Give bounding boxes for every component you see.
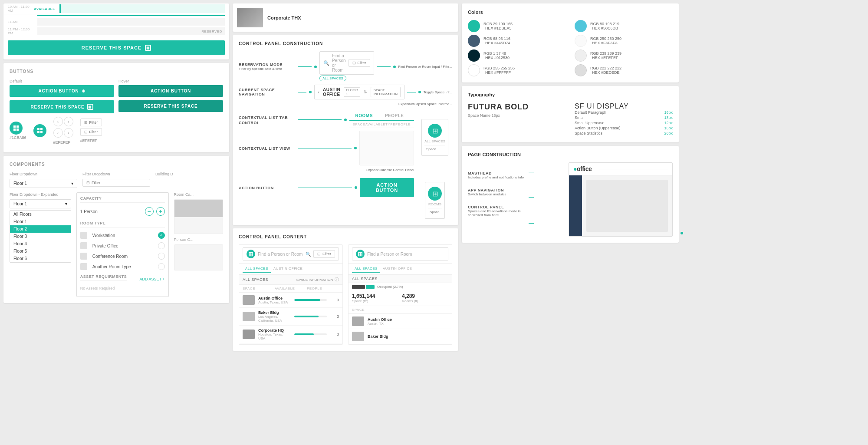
expand-action-row: Expand/Collapse Control Panel — [239, 168, 414, 172]
cp-austin-info: Austin Office Austin, Texas, USA — [258, 296, 291, 304]
cp-right-search-bar[interactable]: ⊞ Find a Person or Room — [352, 247, 448, 260]
floor-arrows[interactable]: ⇅ — [364, 90, 367, 94]
cp-main-area: Contextual List Tab Control ROOMS PEOPLE… — [239, 109, 452, 219]
filter-icon: ⊟ — [84, 120, 88, 125]
tab-rooms[interactable]: ROOMS — [349, 111, 379, 121]
cp-right-item-baker[interactable]: Baker Bldg — [349, 329, 452, 344]
all-spaces-chip[interactable]: ALL SPACES — [319, 76, 346, 81]
cp-filter-btn[interactable]: ⊟ Filter — [313, 250, 335, 258]
building-name: Corporate THX — [267, 15, 454, 20]
space-tab-all[interactable]: ALL SPACES — [243, 265, 271, 273]
filter-color-label: #EFEFEF — [80, 138, 102, 143]
cp-left-panel: ⊞ Find a Person or Room 🔍 ⊟ Filter ALL S… — [239, 244, 343, 345]
room-type-private-office[interactable]: Private Office — [80, 241, 165, 251]
nav-prev-arrow-hover[interactable]: ‹ — [53, 128, 63, 138]
floor-all[interactable]: All Floors — [10, 211, 71, 218]
typo-item-small-upper: Small Uppercase 12px — [575, 121, 673, 125]
floor-4[interactable]: Floor 4 — [10, 240, 71, 247]
room-type-other[interactable]: Another Room Type — [80, 261, 165, 272]
cp-construction-title: CONTROL PANEL CONSTRUCTION — [239, 41, 452, 46]
floor-dropdown[interactable]: Floor 1 ▾ — [10, 179, 77, 188]
action-button-hover[interactable]: ACTION BUTTON — [118, 85, 223, 97]
capacity-minus-btn[interactable]: − — [145, 207, 154, 216]
hover-col: Hover ACTION BUTTON — [118, 79, 223, 97]
search-bar[interactable]: 🔍 Find a Person or Room ⊟ Filter — [319, 51, 374, 75]
add-asset-btn[interactable]: ADD ASSET + — [139, 277, 164, 281]
person-count: 1 Person — [80, 209, 98, 214]
nav-prev-arrow[interactable]: ‹ — [53, 117, 63, 126]
reserved-text: RESERVED — [201, 30, 222, 33]
cp-corp-location: Houston, Texas, USA — [258, 333, 291, 340]
cp-right-item-austin[interactable]: Austin Office Austin, TX — [349, 314, 452, 329]
cp-list-item-corp[interactable]: Corporate HQ Houston, Texas, USA 3 — [239, 326, 342, 343]
float-panel-btn-2[interactable]: ⊞ — [428, 187, 442, 201]
control-panel-construction-card: CONTROL PANEL CONSTRUCTION Reservation M… — [233, 35, 458, 225]
floor-3[interactable]: Floor 3 — [10, 233, 71, 240]
private-office-check[interactable] — [158, 242, 165, 249]
nav-next-arrow-hover[interactable]: › — [64, 128, 73, 138]
info-icon[interactable]: ⓘ — [335, 277, 339, 283]
tab-people[interactable]: PEOPLE — [379, 111, 410, 120]
reserve-default-col: RESERVE THIS SPACE ▦ — [10, 100, 114, 113]
floor-5[interactable]: Floor 5 — [10, 247, 71, 255]
cp-list-item-baker[interactable]: Baker Bldg Los Angeles, California, USA … — [239, 308, 342, 326]
floor-dropdown-expanded-header[interactable]: Floor 1 ▾ — [10, 199, 71, 208]
floor-dropdown-expanded-list: All Floors Floor 1 Floor 2 Floor 3 Floor… — [10, 210, 71, 263]
space-tab-austin[interactable]: AUSTIN OFFICE — [271, 265, 305, 273]
occupied-label: Occupied (2.7%) — [377, 285, 403, 289]
cp-corp-name: Corporate HQ — [258, 328, 291, 333]
room-type-workstation[interactable]: Workstation ✓ — [80, 230, 165, 241]
reserve-this-button-default[interactable]: RESERVE THIS SPACE ▦ — [10, 100, 114, 113]
icon-circle-teal-default[interactable] — [10, 122, 23, 135]
building-section: Building D — [155, 172, 223, 188]
room-type-conference[interactable]: Conference Room — [80, 251, 165, 261]
cp-search-bar[interactable]: ⊞ Find a Person or Room 🔍 ⊟ Filter — [243, 247, 339, 260]
reserve-space-button[interactable]: Reserve This SPaCE ▦ — [8, 40, 225, 55]
reservation-mode-info: Reservation Mode Filter by specific date… — [239, 63, 295, 71]
floor-1[interactable]: Floor 1 — [10, 218, 71, 225]
filter-button-wf[interactable]: ⊟ Filter — [349, 59, 370, 67]
float-space-label-2: Space — [428, 208, 442, 216]
calendar-icon: ▦ — [145, 45, 151, 51]
action-btn-wf[interactable]: ACTION BUTTON — [360, 178, 414, 197]
float-panel: ⊞ ALL SPACES Space — [421, 119, 448, 156]
float-panel-btn[interactable]: ⊞ — [428, 124, 442, 138]
stat-rooms-label: Rooms (ft) — [402, 299, 448, 303]
svg-rect-3 — [16, 129, 19, 131]
cp-right-list-header: Space — [349, 306, 452, 314]
floor-6[interactable]: Floor 6 — [10, 255, 71, 262]
filter-chip-default[interactable]: ⊟ Filter — [80, 119, 102, 126]
floor-2-selected[interactable]: Floor 2 — [10, 225, 71, 233]
filter-dropdown-btn[interactable]: ⊟ Filter — [82, 179, 150, 187]
occupied-bar: Occupied (2.7%) — [349, 283, 452, 290]
cp-right-tab-all[interactable]: ALL SPACES — [352, 265, 380, 273]
color-hex-8: HEX #DEDEDE — [592, 70, 621, 75]
annotation-app-nav: App Navigation Switch between modules — [468, 188, 529, 196]
cp-right-tab-austin[interactable]: AUSTIN OFFICE — [380, 265, 414, 273]
workstation-check[interactable]: ✓ — [158, 232, 165, 239]
cp-list-item-austin[interactable]: Austin Office Austin, Texas, USA 3 — [239, 293, 342, 308]
color-info-3: RGB 68 93 116 HEX #445D74 — [483, 36, 510, 45]
other-room-check[interactable] — [158, 263, 165, 270]
nav-arrows-default: ‹ › — [53, 117, 73, 126]
space-info-btn[interactable]: SPACE INFORMATION — [371, 87, 401, 97]
expand-label: Expand/collapsed Space Informa... — [398, 102, 452, 106]
conference-check[interactable] — [158, 253, 165, 260]
connector-dot-1b — [393, 66, 396, 68]
pc-frame: ●office — [569, 162, 673, 237]
icon-circle-teal-hover[interactable] — [33, 124, 46, 137]
filter-icon-hover: ⊟ — [84, 130, 88, 134]
color-row-1: RGB 29 190 165 HEX #1DBEA5 — [468, 20, 566, 32]
action-button-default[interactable]: ACTION BUTTON ⊕ — [10, 85, 114, 97]
annotation-masthead: Masthead Includes profile and notificati… — [468, 171, 529, 179]
filter-chip-hover[interactable]: ⊟ Filter — [80, 128, 102, 136]
pc-masthead: ●office — [569, 163, 672, 175]
capacity-plus-btn[interactable]: + — [156, 207, 165, 216]
reserve-this-button-hover[interactable]: RESERVE THIS SPACE — [118, 100, 223, 112]
grid-icon-hover — [37, 128, 43, 134]
nav-chevron-left[interactable]: ‹ — [318, 90, 319, 95]
nav-next-arrow[interactable]: › — [64, 117, 73, 126]
masthead-desc: Includes profile and notifications info — [468, 175, 529, 179]
building-info: Corporate THX — [267, 15, 454, 20]
pc-content-area — [586, 180, 668, 232]
